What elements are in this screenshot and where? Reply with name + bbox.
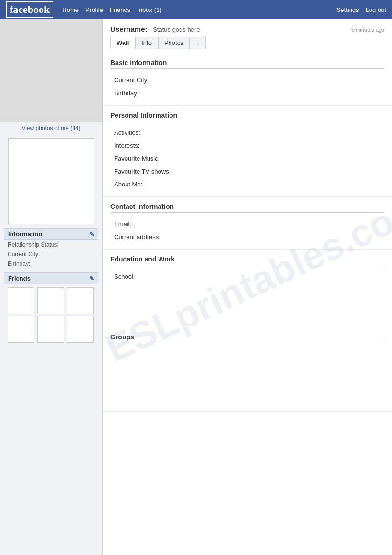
tab-photos[interactable]: Photos <box>158 37 190 49</box>
friend-thumb-3[interactable] <box>67 287 94 314</box>
view-photos-link[interactable]: View photos of me (34) <box>0 122 102 134</box>
nav-inbox[interactable]: Inbox (1) <box>137 6 161 13</box>
sidebar-friends-section: Friends ✎ <box>4 272 98 346</box>
friend-thumb-6[interactable] <box>67 316 94 343</box>
sidebar-information-section: Information ✎ Relationship Status: Curre… <box>4 228 98 269</box>
profile-tabs: Wall Info Photos + <box>110 37 384 49</box>
profile-header: Username: Status goes here 5 minutes ago… <box>103 19 392 53</box>
basic-birthday-row: Birthday: <box>110 87 384 99</box>
profile-photo-area <box>0 19 102 122</box>
school-row: School: <box>110 270 384 283</box>
profile-username-status: Username: Status goes here <box>110 25 200 33</box>
education-content-area <box>110 283 384 321</box>
friend-thumb-1[interactable] <box>8 287 34 314</box>
tab-info[interactable]: Info <box>135 37 158 49</box>
sidebar-birthday: Birthday: <box>4 259 98 269</box>
nav-logout[interactable]: Log out <box>366 6 386 13</box>
profile-status-text: Status goes here <box>153 26 200 33</box>
information-edit-icon[interactable]: ✎ <box>89 231 94 238</box>
nav-friends[interactable]: Friends <box>110 6 130 13</box>
interests-row: Interests: <box>110 139 384 152</box>
activities-row: Activities: <box>110 126 384 139</box>
profile-username-row: Username: Status goes here 5 minutes ago <box>110 25 384 33</box>
basic-info-title: Basic information <box>110 59 384 69</box>
nav-home[interactable]: Home <box>62 6 79 13</box>
friends-edit-icon[interactable]: ✎ <box>89 275 94 282</box>
top-navigation: facebook Home Profile Friends Inbox (1) … <box>0 0 392 19</box>
groups-content-area <box>110 348 384 405</box>
personal-info-title: Personal Information <box>110 111 384 121</box>
about-row: About Me: <box>110 178 384 191</box>
friend-thumb-2[interactable] <box>37 287 64 314</box>
page-layout: View photos of me (34) Information ✎ Rel… <box>0 19 392 555</box>
friend-thumb-4[interactable] <box>8 316 34 343</box>
brand-logo: facebook <box>6 1 53 18</box>
nav-profile[interactable]: Profile <box>85 6 103 13</box>
groups-title: Groups <box>110 333 384 343</box>
music-row: Favourite Music: <box>110 152 384 165</box>
nav-settings[interactable]: Settings <box>337 6 359 13</box>
information-section-title: Information ✎ <box>4 228 98 240</box>
address-row: Current address: <box>110 230 384 243</box>
tab-plus[interactable]: + <box>190 37 206 49</box>
contact-info-title: Contact Information <box>110 203 384 213</box>
profile-time: 5 minutes ago <box>351 27 384 33</box>
sidebar-city: Current City: <box>4 250 98 259</box>
tab-wall[interactable]: Wall <box>110 37 135 49</box>
sidebar-relationship-status: Relationship Status: <box>4 240 98 250</box>
tv-row: Favourite TV shows: <box>110 165 384 178</box>
friends-grid <box>4 284 98 346</box>
education-section: Education and Work School: <box>103 250 392 327</box>
main-content: Username: Status goes here 5 minutes ago… <box>103 19 392 555</box>
personal-info-section: Personal Information Activities: Interes… <box>103 106 392 197</box>
email-row: Email: <box>110 218 384 230</box>
sidebar: View photos of me (34) Information ✎ Rel… <box>0 19 103 555</box>
contact-info-section: Contact Information Email: Current addre… <box>103 197 392 250</box>
friends-title-label: Friends <box>8 275 31 282</box>
profile-username-label: Username: <box>110 25 148 33</box>
right-links: Settings Log out <box>337 6 386 13</box>
groups-section: Groups <box>103 327 392 412</box>
education-title: Education and Work <box>110 255 384 265</box>
nav-links: Home Profile Friends Inbox (1) <box>62 6 336 13</box>
friends-section-title: Friends ✎ <box>4 272 98 284</box>
information-title-label: Information <box>8 230 42 238</box>
basic-city-row: Current City: <box>110 74 384 87</box>
basic-info-section: Basic information Current City: Birthday… <box>103 53 392 106</box>
friend-thumb-5[interactable] <box>37 316 64 343</box>
profile-photo-placeholder <box>8 138 94 224</box>
